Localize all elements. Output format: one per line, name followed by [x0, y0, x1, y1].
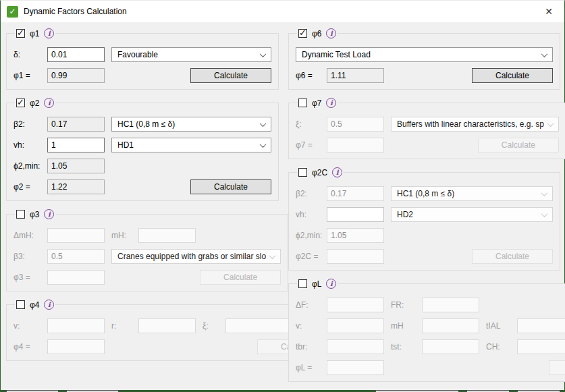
chevron-down-icon [269, 252, 276, 259]
calculate-button[interactable]: Calculate [190, 179, 271, 194]
condition-select[interactable]: Favourable [111, 47, 271, 62]
phi6-checkbox[interactable]: ✓ [298, 29, 307, 38]
info-icon[interactable]: i [326, 28, 336, 38]
test-load-value: Dynamic Test Load [302, 50, 538, 59]
phi7-result-label: φ7 = [296, 140, 327, 150]
info-icon[interactable]: i [44, 28, 54, 38]
mhl-label: mH [391, 321, 422, 331]
xi-label: ξ: [203, 321, 225, 331]
phi3-group: ✓ φ3 i ΔmH: mH: β3: Cranes equipped with… [6, 209, 288, 291]
phi7-result-field [327, 138, 384, 152]
chevron-down-icon [541, 190, 548, 196]
condition-value: Favourable [117, 50, 257, 59]
phi7-checkbox[interactable]: ✓ [298, 99, 307, 107]
vh-label: vh: [14, 140, 47, 150]
chevron-down-icon [260, 51, 267, 57]
beta3-field [47, 249, 105, 264]
tst-label: tst: [391, 342, 422, 352]
phi2c-title: φ2C [312, 168, 327, 177]
r-label: r: [111, 321, 138, 331]
hoisting-class-select: HC1 (0,8 m ≤ δ) [391, 186, 553, 201]
app-check-icon: ✓ [7, 6, 18, 18]
test-load-select[interactable]: Dynamic Test Load [296, 47, 553, 62]
right-column: ✓ φ6 i Dynamic Test Load φ6 = Calculate [288, 28, 560, 392]
check-glyph: ✓ [17, 28, 24, 38]
window-title: Dynamic Factors Calculation [24, 7, 127, 16]
vh-input[interactable] [47, 138, 105, 152]
check-glyph: ✓ [299, 28, 306, 38]
tial-input [517, 318, 565, 333]
info-icon[interactable]: i [332, 167, 342, 177]
v-input [47, 318, 105, 333]
calculate-button: Calculate [472, 249, 553, 264]
phi6-result-field [327, 68, 384, 83]
phi1-title: φ1 [30, 29, 39, 38]
calculate-button: Calculate [200, 270, 281, 285]
chevron-down-icon [541, 51, 548, 57]
buffer-type-value: Buffers with linear characteristics, e.g… [397, 119, 544, 129]
dynamic-factors-dialog: ✓ Dynamic Factors Calculation ✕ ✓ φ1 i δ… [0, 0, 565, 392]
phi2-result-label: φ2 = [14, 182, 47, 192]
phi4-title: φ4 [30, 300, 39, 310]
vl-label: v: [296, 321, 327, 331]
phi6-group: ✓ φ6 i Dynamic Test Load φ6 = Calculate [288, 28, 560, 90]
phi4-checkbox[interactable]: ✓ [16, 300, 25, 309]
check-glyph: ✓ [17, 97, 24, 107]
info-icon[interactable]: i [326, 279, 336, 289]
phi1-checkbox[interactable]: ✓ [16, 29, 25, 38]
phi2cmin-field [327, 228, 384, 243]
phi2c-group: ✓ φ2C i β2: HC1 (0,8 m ≤ δ) vh: [288, 167, 560, 271]
chevron-down-icon [541, 211, 548, 217]
phi7-title: φ7 [312, 99, 321, 108]
phi2cmin-label: ϕ2,min: [296, 231, 327, 240]
phi4-result-label: φ4 = [14, 342, 47, 352]
drive-class-select: HD2 [391, 207, 553, 222]
mh-input [138, 228, 196, 243]
info-icon[interactable]: i [44, 98, 54, 108]
delta-input[interactable] [47, 47, 105, 62]
close-icon[interactable]: ✕ [533, 1, 564, 22]
phil-checkbox[interactable]: ✓ [298, 279, 307, 288]
phi3-checkbox[interactable]: ✓ [16, 210, 25, 219]
phi2-result-field [47, 179, 105, 194]
phi2-title: φ2 [30, 99, 39, 108]
phi2min-field [47, 159, 105, 173]
dmh-label: ΔmH: [14, 231, 47, 240]
phi2c-result-field [327, 249, 384, 264]
hoisting-class-value: HC1 (0,8 m ≤ δ) [397, 189, 538, 198]
phi3-title: φ3 [30, 210, 39, 219]
phi1-result-label: φ1 = [14, 71, 47, 80]
chevron-down-icon [260, 120, 267, 127]
drive-class-select[interactable]: HD1 [111, 138, 271, 152]
crane-type-value: Cranes equipped with grabs or similar sl… [117, 252, 266, 261]
calculate-button[interactable]: Calculate [472, 68, 553, 83]
beta2c-field [327, 186, 384, 201]
info-icon[interactable]: i [44, 209, 54, 219]
df-label: ΔF: [296, 300, 327, 310]
xi7-field [327, 117, 384, 132]
tbr-label: tbr: [296, 342, 327, 352]
fr-input [422, 298, 479, 312]
v-label: v: [14, 321, 47, 331]
phil-result-field [327, 360, 384, 375]
fr-label: FR: [391, 300, 422, 310]
xi7-label: ξ: [296, 119, 327, 129]
hoisting-class-select[interactable]: HC1 (0,8 m ≤ δ) [111, 117, 271, 132]
phi2-checkbox[interactable]: ✓ [16, 99, 25, 107]
tst-input [422, 339, 479, 354]
drive-class-value: HD1 [117, 140, 257, 150]
info-icon[interactable]: i [44, 300, 54, 310]
phi7-group: ✓ φ7 i ξ: Buffers with linear characteri… [288, 98, 565, 159]
beta2-label: β2: [14, 119, 47, 129]
phi2c-checkbox[interactable]: ✓ [298, 168, 307, 177]
calculate-button: Calculate [549, 360, 565, 375]
phi2-group: ✓ φ2 i β2: HC1 (0,8 m ≤ δ) vh: H [6, 98, 279, 201]
info-icon[interactable]: i [326, 98, 336, 108]
calculate-button[interactable]: Calculate [190, 68, 271, 83]
hoisting-class-value: HC1 (0,8 m ≤ δ) [117, 119, 257, 129]
chevron-down-icon [547, 120, 554, 127]
df-input [327, 298, 384, 312]
beta3-label: β3: [14, 252, 47, 261]
tbr-input [327, 339, 384, 354]
ch-label: CH: [486, 342, 517, 352]
